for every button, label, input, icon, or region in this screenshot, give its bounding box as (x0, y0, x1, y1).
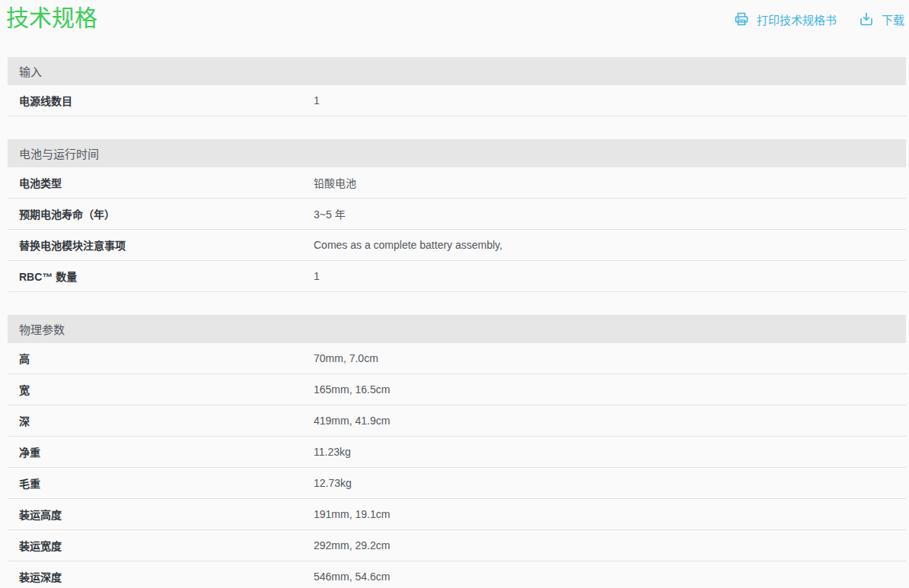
spec-row: 电池类型 铅酸电池 (8, 167, 906, 199)
spec-value: 1 (314, 94, 906, 106)
spec-row: 宽 165mm, 16.5cm (8, 374, 906, 405)
spec-row: 高 70mm, 7.0cm (8, 343, 906, 374)
section-rows: 电源线数目 1 (8, 85, 906, 116)
download-link[interactable]: 下载 (858, 11, 904, 27)
spec-value: 191mm, 19.1cm (314, 508, 906, 520)
print-spec-link[interactable]: 打印技术规格书 (733, 11, 837, 27)
section-header: 物理参数 (8, 315, 906, 343)
download-label: 下载 (882, 11, 904, 27)
page-header: 技术规格 打印技术规格书 (8, 0, 906, 57)
spec-value: 12.73kg (314, 477, 906, 489)
spec-label: 深 (19, 413, 314, 428)
spec-value: Comes as a complete battery assembly, (314, 239, 906, 251)
spec-label: 替换电池模块注意事项 (19, 237, 314, 253)
spec-label: RBC™ 数量 (19, 269, 314, 284)
spec-section: 物理参数 高 70mm, 7.0cm 宽 165mm, 16.5cm 深 419… (8, 315, 906, 588)
spec-row: 预期电池寿命（年） 3~5 年 (8, 199, 906, 230)
spec-value: 419mm, 41.9cm (314, 415, 906, 427)
section-title: 物理参数 (19, 321, 65, 337)
print-spec-label: 打印技术规格书 (757, 11, 837, 27)
spec-value: 165mm, 16.5cm (314, 383, 906, 396)
spec-row: 装运高度 191mm, 19.1cm (8, 499, 906, 530)
spec-row: 装运深度 546mm, 54.6cm (8, 561, 906, 588)
section-rows: 高 70mm, 7.0cm 宽 165mm, 16.5cm 深 419mm, 4… (8, 343, 906, 588)
spec-sections: 输入 电源线数目 1 电池与运行时间 电池类型 铅酸电池 预期电池寿命（年） 3… (8, 57, 906, 588)
spec-label: 装运高度 (19, 507, 314, 522)
spec-label: 预期电池寿命（年） (19, 206, 314, 221)
spec-label: 净重 (19, 444, 314, 459)
spec-label: 宽 (19, 382, 314, 397)
printer-icon (733, 11, 750, 27)
spec-label: 毛重 (19, 475, 314, 491)
spec-value: 546mm, 54.6cm (314, 571, 906, 583)
spec-row: RBC™ 数量 1 (8, 261, 906, 292)
page-title: 技术规格 (6, 5, 97, 32)
spec-row: 装运宽度 292mm, 29.2cm (8, 530, 906, 561)
section-header: 输入 (8, 57, 906, 85)
header-actions: 打印技术规格书 下载 (733, 11, 906, 27)
spec-value: 3~5 年 (314, 206, 906, 221)
spec-value: 292mm, 29.2cm (314, 539, 906, 551)
tech-specs-page: 技术规格 打印技术规格书 (0, 0, 909, 588)
spec-section: 电池与运行时间 电池类型 铅酸电池 预期电池寿命（年） 3~5 年 替换电池模块… (8, 139, 906, 292)
section-title: 输入 (19, 63, 42, 79)
spec-value: 11.23kg (314, 446, 906, 458)
spec-section: 输入 电源线数目 1 (8, 57, 906, 116)
spec-row: 毛重 12.73kg (8, 468, 906, 499)
spec-label: 电池类型 (19, 175, 314, 190)
spec-row: 电源线数目 1 (8, 85, 906, 116)
section-title: 电池与运行时间 (19, 145, 99, 161)
spec-label: 装运深度 (19, 569, 314, 584)
download-icon (858, 11, 875, 27)
spec-row: 净重 11.23kg (8, 437, 906, 468)
spec-row: 替换电池模块注意事项 Comes as a complete battery a… (8, 230, 906, 261)
spec-value: 1 (314, 270, 906, 282)
spec-label: 装运宽度 (19, 538, 314, 553)
spec-label: 电源线数目 (19, 93, 314, 108)
spec-row: 深 419mm, 41.9cm (8, 405, 906, 437)
section-rows: 电池类型 铅酸电池 预期电池寿命（年） 3~5 年 替换电池模块注意事项 Com… (8, 167, 906, 292)
spec-value: 70mm, 7.0cm (314, 352, 906, 364)
section-header: 电池与运行时间 (8, 139, 906, 167)
spec-value: 铅酸电池 (314, 175, 906, 190)
spec-label: 高 (19, 351, 314, 366)
